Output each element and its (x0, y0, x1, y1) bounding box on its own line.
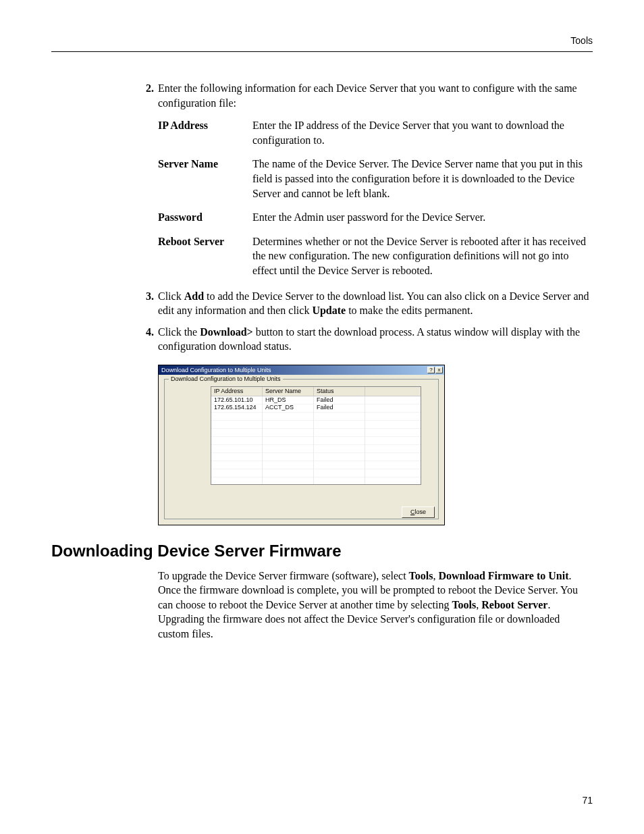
step-number: 2. (132, 81, 158, 110)
dialog-title: Download Configuration to Multiple Units (161, 367, 271, 374)
def-row: Reboot Server Determines whether or not … (158, 234, 593, 278)
def-desc: The name of the Device Server. The Devic… (252, 157, 593, 201)
dialog-titlebar: Download Configuration to Multiple Units… (159, 365, 444, 375)
table-body: 172.65.101.10 HR_DS Failed 172.65.154.12… (211, 396, 421, 484)
bold-tools-2: Tools (452, 599, 476, 610)
page-number: 71 (582, 795, 593, 806)
step-text: Click the Download> button to start the … (158, 325, 593, 354)
text: to make the edits permanent. (346, 305, 473, 316)
bold-download: Download> (200, 326, 252, 338)
bold-tools: Tools (409, 570, 433, 581)
table-row[interactable]: 172.65.154.124 ACCT_DS Failed (211, 404, 421, 411)
def-row: IP Address Enter the IP address of the D… (158, 118, 593, 147)
bold-add: Add (184, 290, 204, 302)
def-desc: Determines whether or not the Device Ser… (252, 234, 593, 278)
def-term: Server Name (158, 157, 252, 201)
close-button[interactable]: Close (402, 506, 435, 518)
close-rest: lose (414, 509, 426, 515)
text: Click the (158, 326, 200, 338)
cell-status: Failed (314, 396, 365, 404)
step-4: 4. Click the Download> button to start t… (51, 325, 593, 354)
cell-ip: 172.65.154.124 (211, 404, 263, 411)
col-status[interactable]: Status (314, 387, 365, 396)
download-config-dialog: Download Configuration to Multiple Units… (158, 365, 445, 525)
bold-download-firmware: Download Firmware to Unit (438, 570, 568, 581)
groupbox: Download Configuration to Multiple Units… (164, 379, 439, 519)
bold-reboot-server: Reboot Server (481, 599, 547, 610)
cell-name: HR_DS (263, 396, 314, 404)
step-text: Enter the following information for each… (158, 81, 593, 110)
cell-name: ACCT_DS (263, 404, 314, 411)
download-table: IP Address Server Name Status 172.65.101… (211, 386, 421, 485)
text: To upgrade the Device Server firmware (s… (158, 570, 409, 581)
definition-table: IP Address Enter the IP address of the D… (158, 118, 593, 278)
def-desc: Enter the IP address of the Device Serve… (252, 118, 593, 147)
col-ip[interactable]: IP Address (211, 387, 263, 396)
def-row: Server Name The name of the Device Serve… (158, 157, 593, 201)
def-row: Password Enter the Admin user password f… (158, 210, 593, 225)
text: Click (158, 290, 184, 302)
step-number: 3. (132, 289, 158, 318)
def-term: Reboot Server (158, 234, 252, 278)
titlebar-buttons: ? x (427, 367, 443, 373)
help-icon[interactable]: ? (427, 367, 435, 373)
col-server-name[interactable]: Server Name (263, 387, 314, 396)
cell-status: Failed (314, 404, 365, 411)
table-row[interactable]: 172.65.101.10 HR_DS Failed (211, 396, 421, 404)
def-term: IP Address (158, 118, 252, 147)
step-3: 3. Click Add to add the Device Server to… (51, 289, 593, 318)
content: 2. Enter the following information for e… (51, 81, 593, 642)
step-text: Click Add to add the Device Server to th… (158, 289, 593, 318)
dialog-body: Download Configuration to Multiple Units… (159, 375, 444, 525)
page: Tools 2. Enter the following information… (0, 0, 644, 834)
def-term: Password (158, 210, 252, 225)
bold-update: Update (312, 305, 346, 316)
close-icon[interactable]: x (435, 367, 443, 373)
step-number: 4. (132, 325, 158, 354)
groupbox-label: Download Configuration to Multiple Units (169, 375, 283, 383)
def-desc: Enter the Admin user password for the De… (252, 210, 593, 225)
cell-ip: 172.65.101.10 (211, 396, 263, 404)
step-2: 2. Enter the following information for e… (51, 81, 593, 110)
section-heading: Downloading Device Server Firmware (51, 542, 593, 561)
dialog-screenshot: Download Configuration to Multiple Units… (158, 365, 445, 525)
header-rule (51, 51, 593, 52)
col-spacer (365, 387, 421, 396)
table-header: IP Address Server Name Status (211, 387, 421, 396)
page-header-section: Tools (570, 35, 593, 46)
firmware-paragraph: To upgrade the Device Server firmware (s… (158, 569, 593, 642)
